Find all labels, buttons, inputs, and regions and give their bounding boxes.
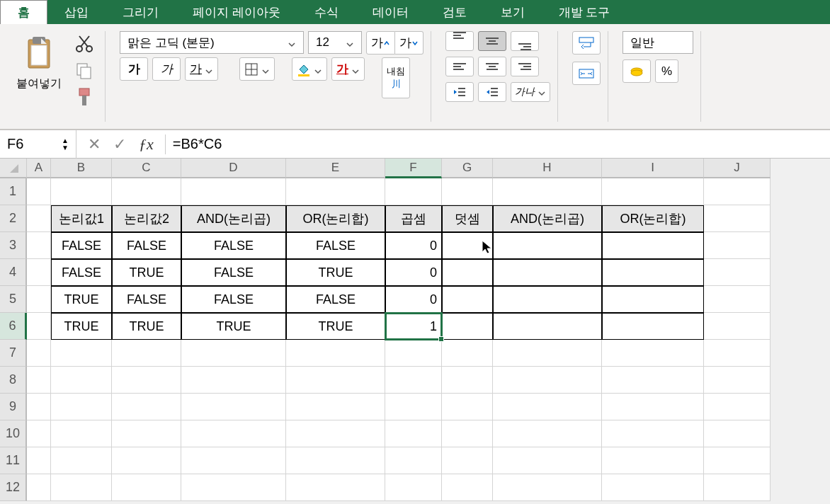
cell-A11[interactable]: [27, 447, 51, 474]
tab-view[interactable]: 보기: [484, 0, 542, 24]
cell-F3[interactable]: 0: [385, 232, 442, 259]
tab-draw[interactable]: 그리기: [106, 0, 176, 24]
fill-color-button[interactable]: [292, 57, 327, 81]
cell-J6[interactable]: [704, 313, 771, 340]
row-header-11[interactable]: 11: [0, 447, 27, 474]
cell-C2[interactable]: 논리값2: [112, 205, 181, 232]
cell-E5[interactable]: FALSE: [286, 286, 385, 313]
spreadsheet-grid[interactable]: ABCDEFGHIJ 123456789101112 논리값1논리값2AND(논…: [0, 159, 830, 501]
cell-A10[interactable]: [27, 420, 51, 447]
name-box[interactable]: F6 ▲▼: [0, 130, 76, 159]
cell-F12[interactable]: [385, 474, 442, 501]
paste-button[interactable]: [22, 31, 56, 74]
cell-F11[interactable]: [385, 447, 442, 474]
col-header-H[interactable]: H: [493, 159, 602, 178]
accept-formula-button[interactable]: ✓: [113, 135, 126, 154]
cell-F4[interactable]: 0: [385, 259, 442, 286]
col-header-B[interactable]: B: [51, 159, 112, 178]
cell-B2[interactable]: 논리값1: [51, 205, 112, 232]
row-header-7[interactable]: 7: [0, 340, 27, 367]
cell-J2[interactable]: [704, 205, 771, 232]
tab-formulas[interactable]: 수식: [297, 0, 356, 24]
cell-B12[interactable]: [51, 474, 112, 501]
cell-I2[interactable]: OR(논리합): [602, 205, 704, 232]
cell-F1[interactable]: [385, 178, 442, 205]
cell-A5[interactable]: [27, 286, 51, 313]
row-header-10[interactable]: 10: [0, 420, 27, 447]
cell-B11[interactable]: [51, 447, 112, 474]
col-header-I[interactable]: I: [602, 159, 704, 178]
orientation-button[interactable]: 가나: [511, 82, 550, 102]
border-button[interactable]: [239, 57, 275, 81]
cell-J3[interactable]: [704, 232, 771, 259]
increase-font-button[interactable]: 가: [366, 31, 395, 55]
cell-E11[interactable]: [286, 447, 385, 474]
cell-B3[interactable]: FALSE: [51, 232, 112, 259]
cell-B4[interactable]: FALSE: [51, 259, 112, 286]
cell-D7[interactable]: [181, 340, 286, 367]
decrease-indent-button[interactable]: [445, 82, 474, 102]
row-header-3[interactable]: 3: [0, 232, 27, 259]
cell-A1[interactable]: [27, 178, 51, 205]
number-format-select[interactable]: 일반: [622, 31, 693, 54]
col-header-E[interactable]: E: [286, 159, 385, 178]
tab-data[interactable]: 데이터: [356, 0, 426, 24]
tab-pagelayout[interactable]: 페이지 레이아웃: [176, 0, 297, 24]
cell-F10[interactable]: [385, 420, 442, 447]
cell-H11[interactable]: [493, 447, 602, 474]
cell-E8[interactable]: [286, 367, 385, 394]
cell-C3[interactable]: FALSE: [112, 232, 181, 259]
currency-button[interactable]: [622, 59, 651, 83]
tab-review[interactable]: 검토: [426, 0, 484, 24]
cell-I5[interactable]: [602, 286, 704, 313]
row-header-1[interactable]: 1: [0, 178, 27, 205]
cell-A4[interactable]: [27, 259, 51, 286]
cell-J5[interactable]: [704, 286, 771, 313]
cell-I4[interactable]: [602, 259, 704, 286]
cell-F9[interactable]: [385, 394, 442, 420]
cell-J7[interactable]: [704, 340, 771, 367]
cell-D12[interactable]: [181, 474, 286, 501]
name-box-spinner[interactable]: ▲▼: [62, 137, 69, 151]
cell-D5[interactable]: FALSE: [181, 286, 286, 313]
col-header-F[interactable]: F: [385, 159, 442, 178]
cell-I12[interactable]: [602, 474, 704, 501]
merge-button[interactable]: [572, 62, 601, 85]
cell-G10[interactable]: [442, 420, 493, 447]
row-header-8[interactable]: 8: [0, 367, 27, 394]
cell-A9[interactable]: [27, 394, 51, 420]
row-header-6[interactable]: 6: [0, 313, 27, 340]
cell-I6[interactable]: [602, 313, 704, 340]
cell-H5[interactable]: [493, 286, 602, 313]
cell-D10[interactable]: [181, 420, 286, 447]
cell-E10[interactable]: [286, 420, 385, 447]
cell-G11[interactable]: [442, 447, 493, 474]
cell-I7[interactable]: [602, 340, 704, 367]
decrease-font-button[interactable]: 가: [395, 31, 423, 55]
cell-J12[interactable]: [704, 474, 771, 501]
cell-D1[interactable]: [181, 178, 286, 205]
tab-developer[interactable]: 개발 도구: [542, 0, 627, 24]
cell-B6[interactable]: TRUE: [51, 313, 112, 340]
cell-C8[interactable]: [112, 367, 181, 394]
cell-F7[interactable]: [385, 340, 442, 367]
row-header-9[interactable]: 9: [0, 394, 27, 420]
cell-C4[interactable]: TRUE: [112, 259, 181, 286]
col-header-A[interactable]: A: [27, 159, 51, 178]
align-top-button[interactable]: [445, 31, 474, 51]
italic-button[interactable]: 가: [152, 57, 181, 81]
cell-D4[interactable]: FALSE: [181, 259, 286, 286]
cell-H4[interactable]: [493, 259, 602, 286]
cell-B7[interactable]: [51, 340, 112, 367]
col-header-C[interactable]: C: [112, 159, 181, 178]
cell-A7[interactable]: [27, 340, 51, 367]
cell-J9[interactable]: [704, 394, 771, 420]
cancel-formula-button[interactable]: ✕: [88, 135, 101, 154]
cell-G12[interactable]: [442, 474, 493, 501]
cell-J4[interactable]: [704, 259, 771, 286]
cell-C6[interactable]: TRUE: [112, 313, 181, 340]
cell-E1[interactable]: [286, 178, 385, 205]
col-header-D[interactable]: D: [181, 159, 286, 178]
align-bottom-button[interactable]: [511, 31, 539, 51]
align-center-button[interactable]: [478, 57, 506, 76]
